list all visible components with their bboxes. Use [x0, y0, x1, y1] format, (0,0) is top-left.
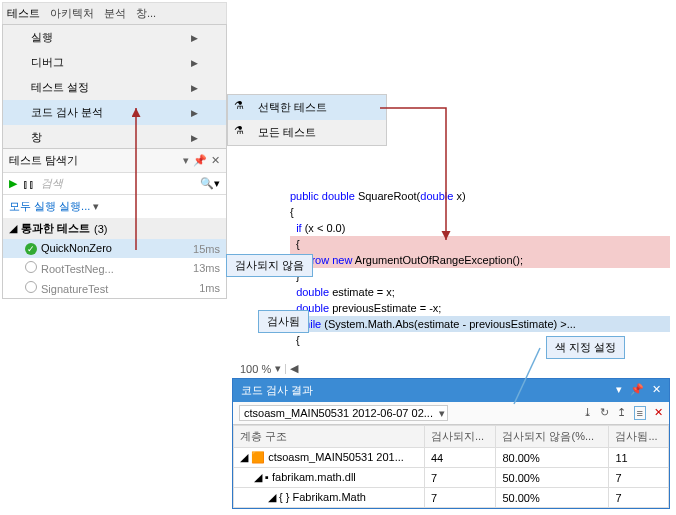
pass-icon — [25, 281, 37, 293]
test-group-passed[interactable]: ◢ 통과한 테스트(3) — [3, 218, 226, 239]
import-icon[interactable]: ⤓ — [583, 406, 592, 420]
pin-icon[interactable]: 📌 — [630, 383, 644, 398]
cell: 7 — [424, 488, 495, 508]
export-icon[interactable]: ↥ — [617, 406, 626, 420]
results-toolbar: ctsoasm_MAIN50531 2012-06-07 02... ▾ ⤓ ↻… — [233, 402, 669, 425]
code-editor[interactable]: public double SquareRoot(double x){ if (… — [290, 188, 670, 348]
pass-icon: ✓ — [25, 243, 37, 255]
group-by-icon[interactable]: ⫿⫿ — [23, 178, 35, 190]
test-explorer-panel: 테스트 탐색기 ▾ 📌 ✕ ▶ ⫿⫿ 검색 🔍▾ 모두 실행 실행... ▾ ◢… — [2, 148, 227, 299]
cell: 7 — [424, 468, 495, 488]
scroll-left-icon[interactable]: ◀ — [290, 362, 298, 375]
code-line[interactable]: if (x < 0.0) — [290, 220, 670, 236]
chevron-right-icon: ▶ — [191, 33, 198, 43]
test-explorer-title-bar: 테스트 탐색기 ▾ 📌 ✕ — [3, 149, 226, 172]
chevron-right-icon: ▶ — [191, 108, 198, 118]
col-covered[interactable]: 검사됨... — [609, 426, 669, 448]
chevron-down-icon[interactable]: ▾ — [275, 362, 281, 375]
chevron-right-icon: ▶ — [191, 83, 198, 93]
submenu-selected-tests[interactable]: ⚗ 선택한 테스트 — [228, 95, 386, 120]
menu-architecture[interactable]: 아키텍처 — [50, 6, 94, 21]
table-row[interactable]: ◢ { } Fabrikam.Math750.00%7 — [234, 488, 669, 508]
table-row[interactable]: ◢ 🟧 ctsoasm_MAIN50531 201...4480.00%11 — [234, 448, 669, 468]
callout-covered: 검사됨 — [258, 310, 309, 333]
refresh-icon[interactable]: ↻ — [600, 406, 609, 420]
col-hierarchy[interactable]: 계층 구조 — [234, 426, 425, 448]
cell: 11 — [609, 448, 669, 468]
menu-test[interactable]: 테스트 — [7, 6, 40, 21]
chevron-right-icon: ▶ — [191, 133, 198, 143]
menu-code-coverage[interactable]: 코드 검사 분석▶ — [3, 100, 226, 125]
code-line[interactable]: { — [290, 236, 670, 252]
expander-icon[interactable]: ◢ — [240, 451, 251, 463]
panel-title: 테스트 탐색기 — [9, 153, 78, 168]
test-explorer-toolbar: ▶ ⫿⫿ 검색 🔍▾ — [3, 172, 226, 195]
node-name: ctsoasm_MAIN50531 201... — [268, 451, 404, 463]
highlight-icon[interactable]: ≡ — [634, 406, 646, 420]
duration: 13ms — [193, 262, 220, 274]
menu-run[interactable]: 실행▶ — [3, 25, 226, 50]
test-menu-dropdown[interactable]: 실행▶ 디버그▶ 테스트 설정▶ 코드 검사 분석▶ 창▶ — [2, 24, 227, 151]
pin-icon[interactable]: 📌 — [193, 154, 207, 167]
cell: 7 — [609, 488, 669, 508]
run-all-icon[interactable]: ▶ — [9, 177, 17, 190]
zoom-control[interactable]: 100 %▾ ◀ — [240, 362, 298, 375]
callout-not-covered: 검사되지 않음 — [226, 254, 313, 277]
run-link[interactable]: 모두 실행 실행... ▾ — [3, 195, 226, 218]
code-line[interactable]: public double SquareRoot(double x) — [290, 188, 670, 204]
panel-title: 코드 검사 결과 — [241, 383, 313, 398]
node-icon: { } — [279, 491, 289, 503]
close-icon[interactable]: ✕ — [652, 383, 661, 398]
code-line[interactable]: double previousEstimate = -x; — [290, 300, 670, 316]
node-name: Fabrikam.Math — [293, 491, 366, 503]
code-coverage-submenu[interactable]: ⚗ 선택한 테스트 ⚗ 모든 테스트 — [227, 94, 387, 146]
col-not-covered[interactable]: 검사되지... — [424, 426, 495, 448]
table-row[interactable]: ◢ ▪ fabrikam.math.dll750.00%7 — [234, 468, 669, 488]
duration: 15ms — [193, 243, 220, 255]
cell: 44 — [424, 448, 495, 468]
close-icon[interactable]: ✕ — [211, 154, 220, 167]
node-icon: ▪ — [265, 471, 269, 483]
coverage-table: 계층 구조 검사되지... 검사되지 않음(%... 검사됨... ◢ 🟧 ct… — [233, 425, 669, 508]
cell: 50.00% — [496, 468, 609, 488]
expander-icon[interactable]: ◢ — [268, 491, 279, 503]
col-not-covered-pct[interactable]: 검사되지 않음(%... — [496, 426, 609, 448]
cell: 7 — [609, 468, 669, 488]
menu-analysis[interactable]: 분석 — [104, 6, 126, 21]
duration: 1ms — [199, 282, 220, 294]
code-line[interactable]: double estimate = x; — [290, 284, 670, 300]
node-name: fabrikam.math.dll — [272, 471, 356, 483]
menu-window-sub[interactable]: 창▶ — [3, 125, 226, 150]
menu-bar[interactable]: 테스트 아키텍처 분석 창... — [2, 2, 227, 25]
test-item[interactable]: SignatureTest 1ms — [3, 278, 226, 298]
code-line[interactable]: while (System.Math.Abs(estimate - previo… — [290, 316, 670, 332]
code-coverage-results-panel: 코드 검사 결과 ▾ 📌 ✕ ctsoasm_MAIN50531 2012-06… — [232, 378, 670, 509]
flask-icon: ⚗ — [234, 124, 244, 137]
node-icon: 🟧 — [251, 451, 265, 463]
search-icon[interactable]: 🔍▾ — [200, 177, 220, 190]
chevron-right-icon: ▶ — [191, 58, 198, 68]
cell: 50.00% — [496, 488, 609, 508]
results-title-bar: 코드 검사 결과 ▾ 📌 ✕ — [233, 379, 669, 402]
menu-window[interactable]: 창... — [136, 6, 156, 21]
submenu-all-tests[interactable]: ⚗ 모든 테스트 — [228, 120, 386, 145]
delete-icon[interactable]: ✕ — [654, 406, 663, 420]
menu-test-settings[interactable]: 테스트 설정▶ — [3, 75, 226, 100]
menu-debug[interactable]: 디버그▶ — [3, 50, 226, 75]
search-input[interactable]: 검색 — [41, 176, 194, 191]
pass-icon — [25, 261, 37, 273]
test-item[interactable]: RootTestNeg... 13ms — [3, 258, 226, 278]
flask-icon: ⚗ — [234, 99, 244, 112]
expander-icon[interactable]: ◢ — [254, 471, 265, 483]
code-line[interactable]: throw new ArgumentOutOfRangeException(); — [290, 252, 670, 268]
collapse-icon[interactable]: ◢ — [9, 222, 17, 235]
test-item[interactable]: ✓QuickNonZero 15ms — [3, 239, 226, 258]
callout-color-setting: 색 지정 설정 — [546, 336, 625, 359]
cell: 80.00% — [496, 448, 609, 468]
dropdown-icon[interactable]: ▾ — [616, 383, 622, 398]
code-line[interactable]: { — [290, 204, 670, 220]
dropdown-icon[interactable]: ▾ — [183, 154, 189, 167]
results-combo[interactable]: ctsoasm_MAIN50531 2012-06-07 02... ▾ — [239, 405, 448, 421]
table-header-row: 계층 구조 검사되지... 검사되지 않음(%... 검사됨... — [234, 426, 669, 448]
code-line[interactable]: } — [290, 268, 670, 284]
